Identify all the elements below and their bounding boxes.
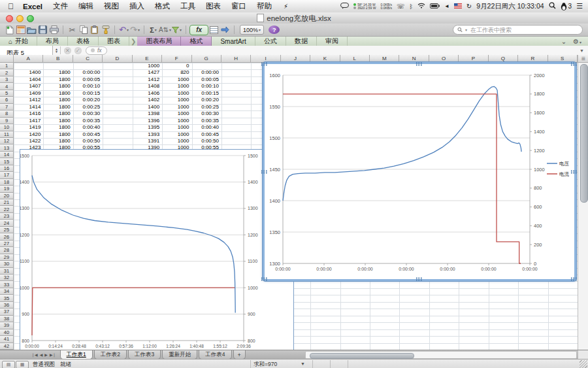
paste-button[interactable] [89, 25, 100, 35]
cell-F7[interactable]: 1000 [162, 104, 191, 110]
page-layout-view-button[interactable]: ▦ [16, 361, 29, 368]
row-header-3[interactable]: 3 [0, 76, 14, 83]
ribbon-tab-格式[interactable]: 格式 [181, 37, 212, 46]
cell-C9[interactable]: 0:00:35 [73, 118, 103, 124]
undo-button[interactable]: ↶▾ [118, 25, 129, 35]
search-input[interactable] [469, 26, 578, 34]
row-header-17[interactable]: 17 [0, 172, 14, 178]
volume-icon[interactable]: ◄ [444, 3, 449, 9]
cell-A6[interactable]: 1412 [14, 97, 43, 103]
sync-clock-icon[interactable]: ↻ [466, 3, 472, 10]
row-header-13[interactable]: 13 [0, 144, 14, 151]
row-header-8[interactable]: 8 [0, 110, 14, 117]
cell-A10[interactable]: 1419 [14, 124, 43, 131]
row-header-38[interactable]: 38 [0, 316, 14, 322]
cell-F5[interactable]: 1000 [162, 90, 191, 97]
zoom-dropdown[interactable]: 100%▾ [240, 25, 264, 35]
cell-B12[interactable]: 1800 [43, 138, 73, 144]
row-header-36[interactable]: 36 [0, 302, 14, 309]
row-header-41[interactable]: 41 [0, 336, 14, 343]
input-flag-icon[interactable] [454, 3, 462, 10]
row-header-31[interactable]: 31 [0, 268, 14, 275]
cell-E1[interactable]: 1000 [133, 63, 162, 69]
row-header-29[interactable]: 29 [0, 254, 14, 261]
redo-button[interactable]: ↷▾ [129, 25, 140, 35]
open-button[interactable] [26, 25, 37, 35]
cell-F8[interactable]: 1000 [162, 110, 191, 117]
print-button[interactable] [48, 25, 59, 35]
cell-B4[interactable]: 1800 [43, 83, 73, 90]
row-header-21[interactable]: 21 [0, 199, 14, 206]
cell-C12[interactable]: 0:00:50 [73, 138, 103, 144]
selection-handle[interactable] [416, 62, 423, 66]
cell-E9[interactable]: 1396 [133, 118, 162, 124]
menu-item-插入[interactable]: 插入 [129, 1, 144, 11]
cell-B6[interactable]: 1800 [43, 97, 73, 103]
row-header-25[interactable]: 25 [0, 227, 14, 233]
cell-E12[interactable]: 1391 [133, 138, 162, 144]
chart-charge-object[interactable]: 1300135014001450150015501600020040060080… [263, 62, 576, 281]
cell-B3[interactable]: 1800 [43, 76, 73, 83]
vertical-scroll-thumb[interactable] [580, 64, 588, 203]
template-gallery-button[interactable] [15, 25, 26, 35]
cell-G2[interactable]: 0:00:00 [192, 69, 221, 76]
formula-bar-expand-icon[interactable]: ▼ [580, 48, 584, 53]
formula-builder-button[interactable]: fx [189, 25, 208, 35]
cell-C3[interactable]: 0:00:05 [73, 76, 103, 83]
cell-C8[interactable]: 0:00:30 [73, 110, 103, 117]
cell-A4[interactable]: 1407 [14, 83, 43, 90]
menu-item-编辑[interactable]: 编辑 [78, 1, 93, 11]
copy-button[interactable] [78, 25, 89, 35]
cell-F9[interactable]: 1000 [162, 118, 191, 124]
resize-grip[interactable] [580, 360, 587, 368]
cell-G6[interactable]: 0:00:20 [192, 97, 221, 103]
cell-E10[interactable]: 1395 [133, 124, 162, 131]
cell-B8[interactable]: 1800 [43, 110, 73, 117]
column-header-C[interactable]: C [73, 55, 103, 63]
row-header-5[interactable]: 5 [0, 90, 14, 97]
save-button[interactable] [37, 25, 48, 35]
row-header-9[interactable]: 9 [0, 118, 14, 124]
cell-F11[interactable]: 1000 [162, 131, 191, 138]
cell-F6[interactable]: 1000 [162, 97, 191, 103]
row-header-4[interactable]: 4 [0, 83, 14, 90]
new-workbook-button[interactable] [4, 25, 15, 35]
row-header-18[interactable]: 18 [0, 179, 14, 186]
cell-G4[interactable]: 0:00:10 [192, 83, 221, 90]
ribbon-gear-icon[interactable]: ⚙▾ [573, 38, 581, 45]
row-header-11[interactable]: 11 [0, 131, 14, 138]
cell-E3[interactable]: 1412 [133, 76, 162, 83]
cell-A8[interactable]: 1416 [14, 110, 43, 117]
row-header-35[interactable]: 35 [0, 295, 14, 301]
cell-E2[interactable]: 1427 [133, 69, 162, 76]
tab-nav-buttons[interactable]: ❘◀◀▶▶❘ [0, 350, 60, 357]
ribbon-tab-图表布局[interactable]: 图表布局 [137, 37, 181, 46]
toolbar-search[interactable]: ▾ [453, 25, 583, 35]
cell-F1[interactable]: 0 [162, 63, 191, 69]
menu-item-帮助[interactable]: 帮助 [257, 1, 272, 11]
select-all-corner[interactable] [0, 55, 14, 63]
selection-handle[interactable] [416, 277, 423, 281]
battery-icon[interactable] [430, 3, 440, 10]
cell-G10[interactable]: 0:00:40 [192, 124, 221, 131]
cell-F4[interactable]: 1000 [162, 83, 191, 90]
spotlight-search-icon[interactable] [549, 2, 556, 10]
cell-A3[interactable]: 1404 [14, 76, 43, 83]
cell-A2[interactable]: 1400 [14, 69, 43, 76]
row-header-33[interactable]: 33 [0, 281, 14, 288]
row-header-20[interactable]: 20 [0, 193, 14, 199]
wifi-icon[interactable] [417, 3, 425, 10]
selection-handle[interactable] [261, 62, 268, 66]
cell-C6[interactable]: 0:00:20 [73, 97, 103, 103]
horizontal-scroll-thumb[interactable] [310, 353, 414, 359]
cell-A7[interactable]: 1414 [14, 104, 43, 110]
script-menu-icon[interactable]: ⚡ [284, 3, 288, 10]
cell-G8[interactable]: 0:00:30 [192, 110, 221, 117]
column-header-B[interactable]: B [43, 55, 73, 63]
autosum-button[interactable]: Σ▾ [148, 25, 159, 35]
sheet-tab-工作表2[interactable]: 工作表2 [94, 350, 127, 360]
row-header-34[interactable]: 34 [0, 288, 14, 295]
horizontal-scrollbar[interactable] [305, 351, 577, 359]
cell-F2[interactable]: 820 [162, 69, 191, 76]
cell-G11[interactable]: 0:00:45 [192, 131, 221, 138]
